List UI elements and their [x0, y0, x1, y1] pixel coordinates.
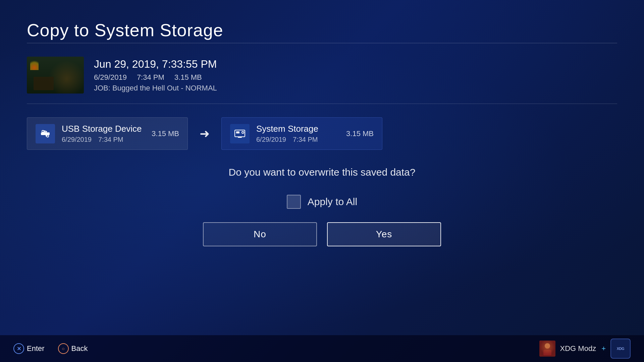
source-size: 3.15 MB	[152, 129, 179, 138]
save-datetime-large: Jun 29, 2019, 7:33:55 PM	[94, 58, 617, 70]
storage-transfer-row: USB Storage Device 6/29/2019 7:34 PM 3.1…	[27, 117, 617, 150]
user-avatar	[539, 341, 555, 357]
destination-time: 7:34 PM	[293, 136, 318, 143]
apply-all-checkbox[interactable]	[287, 195, 301, 209]
enter-control: ✕ Enter	[13, 343, 45, 354]
system-storage-icon	[233, 127, 246, 140]
bottom-bar: ✕ Enter ○ Back XDG Modz + XDG	[0, 335, 644, 362]
svg-rect-10	[543, 350, 551, 355]
ps-plus-icon: +	[601, 344, 606, 353]
save-thumbnail	[27, 57, 84, 94]
page-container: Copy to System Storage Jun 29, 2019, 7:3…	[0, 0, 644, 362]
destination-storage-info: System Storage 6/29/2019 7:34 PM	[256, 124, 339, 143]
usb-icon-wrap	[36, 124, 55, 143]
thumbnail-fire-effect	[30, 58, 39, 70]
source-sub: 6/29/2019 7:34 PM	[62, 136, 145, 143]
source-time: 7:34 PM	[98, 136, 123, 143]
bottom-controls: ✕ Enter ○ Back	[13, 343, 88, 354]
destination-date: 6/29/2019	[256, 136, 286, 143]
back-control: ○ Back	[58, 343, 88, 354]
user-section: XDG Modz + XDG	[539, 339, 631, 359]
save-date: 6/29/2019	[94, 73, 127, 82]
save-size: 3.15 MB	[174, 73, 202, 82]
svg-point-4	[47, 135, 49, 137]
svg-rect-6	[236, 131, 239, 133]
buttons-row: No Yes	[27, 222, 617, 246]
source-storage-box: USB Storage Device 6/29/2019 7:34 PM 3.1…	[27, 117, 188, 150]
source-storage-info: USB Storage Device 6/29/2019 7:34 PM	[62, 124, 145, 143]
avatar-image	[539, 341, 555, 357]
back-label: Back	[71, 344, 88, 353]
source-name: USB Storage Device	[62, 124, 145, 134]
svg-rect-8	[539, 341, 555, 357]
destination-name: System Storage	[256, 124, 339, 134]
transfer-arrow-icon: ➜	[200, 127, 210, 141]
system-icon-wrap	[230, 124, 250, 143]
apply-all-row[interactable]: Apply to All	[27, 195, 617, 209]
save-info-card: Jun 29, 2019, 7:33:55 PM 6/29/2019 7:34 …	[27, 57, 617, 104]
usb-icon	[39, 128, 51, 140]
save-job: JOB: Bugged the Hell Out - NORMAL	[94, 84, 617, 93]
apply-all-label: Apply to All	[308, 196, 357, 207]
transfer-arrow-wrap: ➜	[195, 127, 215, 141]
save-time: 7:34 PM	[137, 73, 164, 82]
source-date: 6/29/2019	[62, 136, 92, 143]
x-button-icon: ✕	[13, 343, 24, 354]
yes-button[interactable]: Yes	[327, 222, 441, 246]
no-button[interactable]: No	[203, 222, 317, 246]
overwrite-question: Do you want to overwrite this saved data…	[27, 167, 617, 178]
username: XDG Modz	[560, 344, 596, 353]
page-title: Copy to System Storage	[27, 20, 617, 40]
enter-label: Enter	[27, 344, 45, 353]
destination-storage-box: System Storage 6/29/2019 7:34 PM 3.15 MB	[221, 117, 382, 150]
destination-sub: 6/29/2019 7:34 PM	[256, 136, 339, 143]
xdg-logo-badge: XDG	[610, 339, 631, 359]
save-meta: 6/29/2019 7:34 PM 3.15 MB	[94, 73, 617, 82]
save-details: Jun 29, 2019, 7:33:55 PM 6/29/2019 7:34 …	[94, 58, 617, 93]
svg-point-3	[42, 130, 44, 132]
svg-point-9	[545, 343, 550, 349]
svg-point-7	[242, 131, 244, 133]
circle-button-icon: ○	[58, 343, 69, 354]
title-divider	[27, 43, 617, 43]
destination-size: 3.15 MB	[346, 129, 374, 138]
